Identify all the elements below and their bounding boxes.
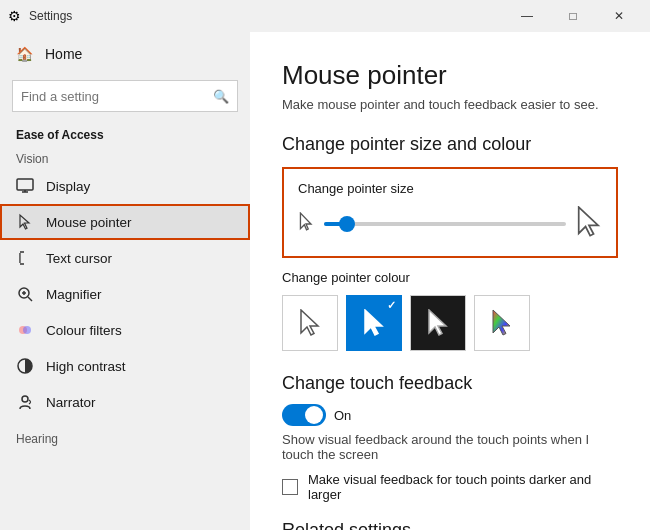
- toggle-knob: [305, 406, 323, 424]
- touch-feedback-toggle[interactable]: [282, 404, 326, 426]
- sidebar: 🏠 Home 🔍 Ease of Access Vision Display: [0, 32, 250, 530]
- minimize-button[interactable]: —: [504, 0, 550, 32]
- colour-option-colorful[interactable]: [474, 295, 530, 351]
- maximize-button[interactable]: □: [550, 0, 596, 32]
- title-bar-left: ⚙ Settings: [8, 8, 72, 24]
- narrator-icon: [16, 393, 34, 411]
- svg-point-13: [22, 396, 28, 402]
- pointer-size-slider-row: [298, 206, 602, 242]
- close-button[interactable]: ✕: [596, 0, 642, 32]
- touch-toggle-row: On: [282, 404, 618, 426]
- content-area: Mouse pointer Make mouse pointer and tou…: [250, 32, 650, 530]
- colour-option-white[interactable]: [282, 295, 338, 351]
- svg-rect-0: [17, 179, 33, 190]
- touch-darker-checkbox[interactable]: [282, 479, 298, 495]
- mouse-pointer-icon: [16, 213, 34, 231]
- colour-option-black[interactable]: [410, 295, 466, 351]
- sidebar-item-colour-filters[interactable]: Colour filters: [0, 312, 250, 348]
- title-bar: ⚙ Settings — □ ✕: [0, 0, 650, 32]
- page-subtitle: Make mouse pointer and touch feedback ea…: [282, 97, 618, 112]
- pointer-size-section-title: Change pointer size and colour: [282, 134, 618, 155]
- app-body: 🏠 Home 🔍 Ease of Access Vision Display: [0, 32, 650, 530]
- pointer-size-slider[interactable]: [324, 222, 566, 226]
- settings-icon: ⚙: [8, 8, 21, 24]
- slider-thumb: [339, 216, 355, 232]
- high-contrast-icon: [16, 357, 34, 375]
- sidebar-category-hearing: Hearing: [0, 428, 250, 448]
- magnifier-icon: [16, 285, 34, 303]
- sidebar-item-home[interactable]: 🏠 Home: [0, 32, 250, 76]
- pointer-size-box: Change pointer size: [282, 167, 618, 258]
- sidebar-item-high-contrast[interactable]: High contrast: [0, 348, 250, 384]
- sidebar-category-vision: Vision: [0, 148, 250, 168]
- page-title: Mouse pointer: [282, 60, 618, 91]
- colour-options: ✓: [282, 295, 618, 351]
- related-settings-title: Related settings: [282, 520, 618, 530]
- colour-option-blue[interactable]: ✓: [346, 295, 402, 351]
- toggle-label: On: [334, 408, 351, 423]
- sidebar-item-narrator[interactable]: Narrator: [0, 384, 250, 420]
- display-icon: [16, 177, 34, 195]
- cursor-large-icon: [576, 206, 602, 242]
- sidebar-item-magnifier[interactable]: Magnifier: [0, 276, 250, 312]
- colour-filters-icon: [16, 321, 34, 339]
- title-bar-title: Settings: [29, 9, 72, 23]
- svg-line-7: [28, 297, 32, 301]
- title-bar-controls: — □ ✕: [504, 0, 642, 32]
- svg-point-11: [23, 326, 31, 334]
- cursor-small-icon: [298, 212, 314, 236]
- text-cursor-icon: I: [16, 249, 34, 267]
- sidebar-item-text-cursor[interactable]: I Text cursor: [0, 240, 250, 276]
- touch-subtitle: Show visual feedback around the touch po…: [282, 432, 618, 462]
- sidebar-item-mouse-pointer[interactable]: Mouse pointer: [0, 204, 250, 240]
- pointer-size-label: Change pointer size: [298, 181, 602, 196]
- home-icon: 🏠: [16, 46, 33, 62]
- search-icon: 🔍: [213, 89, 229, 104]
- pointer-colour-label: Change pointer colour: [282, 270, 618, 285]
- touch-section-title: Change touch feedback: [282, 373, 618, 394]
- sidebar-section-label: Ease of Access: [0, 120, 250, 148]
- sidebar-item-display[interactable]: Display: [0, 168, 250, 204]
- checkbox-label: Make visual feedback for touch points da…: [308, 472, 618, 502]
- checkbox-row: Make visual feedback for touch points da…: [282, 472, 618, 502]
- search-input[interactable]: [21, 89, 213, 104]
- sidebar-search-box[interactable]: 🔍: [12, 80, 238, 112]
